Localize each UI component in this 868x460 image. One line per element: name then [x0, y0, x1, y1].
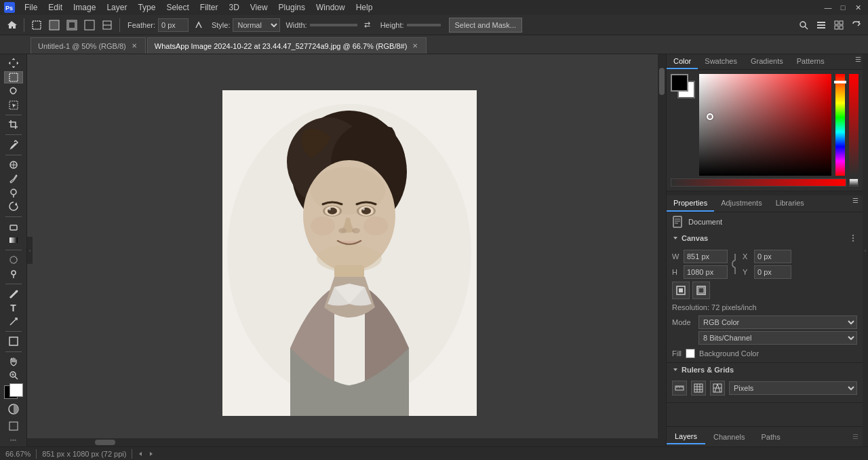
- prop-tab-libraries[interactable]: Libraries: [769, 195, 811, 212]
- ruler-icon-btn[interactable]: [672, 381, 687, 396]
- hue-handle[interactable]: [834, 81, 846, 83]
- status-arrow-right[interactable]: [149, 451, 154, 457]
- perspective-grid-btn[interactable]: [710, 381, 725, 396]
- crop-tool[interactable]: [4, 119, 23, 132]
- mode-select[interactable]: RGB Color: [698, 315, 857, 329]
- fg-bg-color-chips[interactable]: [3, 384, 24, 398]
- lasso-tool[interactable]: [4, 85, 23, 98]
- shape-option-3[interactable]: [82, 18, 97, 33]
- workspace-btn[interactable]: [814, 18, 829, 33]
- v-scrollbar[interactable]: [658, 54, 666, 438]
- shape-tool[interactable]: [4, 335, 23, 348]
- special-slider[interactable]: [849, 74, 859, 176]
- color-gradient-picker[interactable]: [699, 74, 831, 176]
- share-btn[interactable]: [849, 18, 864, 33]
- zoom-tool[interactable]: [4, 369, 23, 382]
- link-dimensions-icon[interactable]: [730, 249, 740, 279]
- rect-marquee-btn[interactable]: [29, 18, 44, 33]
- shape-option-4[interactable]: [100, 18, 115, 33]
- bg-color-chip[interactable]: [9, 383, 23, 397]
- object-selection-tool[interactable]: [4, 99, 23, 112]
- right-panel-collapse[interactable]: ‹: [863, 54, 868, 446]
- menu-help[interactable]: Help: [351, 1, 378, 14]
- home-btn[interactable]: [4, 18, 19, 33]
- blur-tool[interactable]: [4, 254, 23, 267]
- style-select[interactable]: Normal: [233, 18, 280, 32]
- menu-type[interactable]: Type: [132, 1, 161, 14]
- resize-canvas-btn[interactable]: [672, 282, 690, 299]
- hue-bar[interactable]: [835, 74, 845, 176]
- search-btn[interactable]: [796, 18, 811, 33]
- hand-tool[interactable]: [4, 355, 23, 368]
- h-scroll-thumb[interactable]: [95, 440, 115, 445]
- rulers-header[interactable]: Rulers & Grids: [667, 363, 863, 377]
- history-brush-tool[interactable]: [4, 200, 23, 213]
- brush-tool[interactable]: [4, 172, 23, 185]
- image-size-btn[interactable]: [692, 282, 710, 299]
- canvas-x-input[interactable]: [754, 250, 791, 263]
- clone-stamp-tool[interactable]: [4, 186, 23, 199]
- canvas-more-icon[interactable]: [849, 234, 857, 242]
- tab-swatches[interactable]: Swatches: [698, 54, 744, 69]
- screen-mode-btn[interactable]: [4, 420, 23, 433]
- menu-view[interactable]: View: [245, 1, 273, 14]
- maximize-btn[interactable]: □: [835, 0, 850, 15]
- paths-tab[interactable]: Paths: [753, 430, 789, 444]
- menu-3d[interactable]: 3D: [223, 1, 244, 14]
- healing-brush-tool[interactable]: [4, 158, 23, 171]
- left-panel-collapse[interactable]: ›: [27, 237, 33, 264]
- menu-filter[interactable]: Filter: [195, 1, 224, 14]
- type-tool[interactable]: T: [4, 301, 23, 314]
- layers-panel-menu[interactable]: ☰: [850, 432, 860, 442]
- close-btn[interactable]: ✕: [850, 0, 865, 15]
- v-scroll-thumb[interactable]: [659, 68, 665, 95]
- tab-untitled-close[interactable]: ✕: [130, 42, 138, 50]
- prop-tab-properties[interactable]: Properties: [667, 195, 714, 212]
- feather-input[interactable]: [158, 18, 189, 32]
- canvas-width-input[interactable]: [684, 250, 728, 263]
- swap-btn[interactable]: ⇄: [360, 18, 375, 33]
- tab-whatsapp[interactable]: WhatsApp Image 2024-10-22 at 23.44.47_52…: [147, 37, 427, 54]
- canvas-y-input[interactable]: [754, 265, 791, 279]
- tab-patterns[interactable]: Patterns: [790, 54, 831, 69]
- menu-edit[interactable]: Edit: [43, 1, 68, 14]
- prop-panel-menu[interactable]: ☰: [850, 195, 860, 205]
- pen-tool[interactable]: [4, 288, 23, 301]
- alpha-slider[interactable]: [671, 178, 846, 187]
- dodge-tool[interactable]: [4, 268, 23, 281]
- units-select[interactable]: Pixels: [729, 381, 857, 395]
- channels-tab[interactable]: Channels: [705, 430, 753, 444]
- fg-chip[interactable]: [671, 74, 688, 92]
- shape-option-1[interactable]: [47, 18, 62, 33]
- shape-option-2[interactable]: [64, 18, 79, 33]
- canvas-area[interactable]: ›: [27, 54, 666, 446]
- path-selection-tool[interactable]: [4, 315, 23, 328]
- eyedropper-tool[interactable]: [4, 138, 23, 151]
- menu-file[interactable]: File: [19, 1, 43, 14]
- color-picker-handle[interactable]: [707, 113, 713, 120]
- menu-window[interactable]: Window: [311, 1, 351, 14]
- grid-icon-btn[interactable]: [691, 381, 706, 396]
- menu-image[interactable]: Image: [68, 1, 101, 14]
- tab-gradients[interactable]: Gradients: [744, 54, 790, 69]
- layers-tab[interactable]: Layers: [667, 429, 705, 444]
- tab-untitled[interactable]: Untitled-1 @ 50% (RGB/8) ✕: [31, 37, 146, 54]
- fill-swatch[interactable]: [686, 349, 695, 358]
- minimize-btn[interactable]: —: [821, 0, 835, 15]
- color-panel-menu[interactable]: ☰: [853, 54, 863, 64]
- prop-tab-adjustments[interactable]: Adjustments: [714, 195, 769, 212]
- menu-plugins[interactable]: Plugins: [273, 1, 311, 14]
- canvas-height-input[interactable]: [684, 265, 728, 279]
- quick-mask-btn[interactable]: [4, 402, 23, 416]
- eraser-tool[interactable]: [4, 220, 23, 233]
- arrange-btn[interactable]: [831, 18, 846, 33]
- menu-layer[interactable]: Layer: [101, 1, 132, 14]
- anti-alias-btn[interactable]: [191, 18, 206, 33]
- tab-color[interactable]: Color: [667, 54, 698, 69]
- extra-tools[interactable]: •••: [10, 437, 16, 444]
- gradient-tool[interactable]: [4, 234, 23, 247]
- marquee-tool[interactable]: [4, 71, 23, 84]
- tab-whatsapp-close[interactable]: ✕: [411, 42, 419, 50]
- menu-select[interactable]: Select: [161, 1, 194, 14]
- move-tool[interactable]: [4, 57, 23, 70]
